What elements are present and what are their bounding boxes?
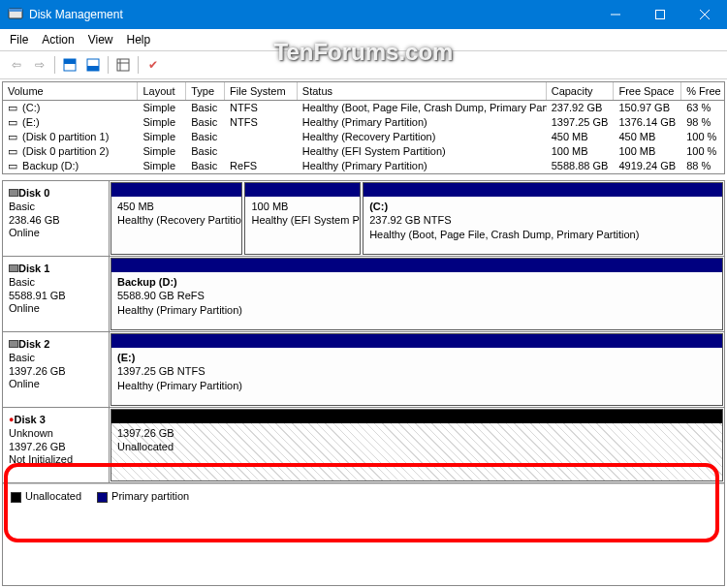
- partition[interactable]: (E:)1397.25 GB NTFSHealthy (Primary Part…: [111, 333, 723, 406]
- forward-button[interactable]: ⇨: [29, 54, 50, 76]
- col-volume[interactable]: Volume: [3, 82, 138, 100]
- menu-file[interactable]: File: [10, 33, 28, 46]
- app-icon: [8, 6, 23, 24]
- view-bottom-icon[interactable]: [82, 54, 104, 76]
- col-pct[interactable]: % Free: [681, 82, 724, 100]
- volume-row[interactable]: ▭ (Disk 0 partition 2)SimpleBasicHealthy…: [3, 144, 724, 159]
- disk-row: Disk 1Basic5588.91 GBOnlineBackup (D:)55…: [3, 257, 724, 332]
- disk-label[interactable]: Disk 1Basic5588.91 GBOnline: [3, 257, 110, 331]
- disk-row: Disk 2Basic1397.26 GBOnline(E:)1397.25 G…: [3, 332, 724, 408]
- partition[interactable]: (C:)237.92 GB NTFSHealthy (Boot, Page Fi…: [363, 182, 723, 255]
- legend-unallocated: Unallocated: [25, 490, 81, 502]
- disk-graphical-area: Disk 0Basic238.46 GBOnline450 MBHealthy …: [2, 180, 725, 586]
- back-button[interactable]: ⇦: [6, 54, 27, 76]
- svg-rect-3: [656, 11, 665, 19]
- partition[interactable]: 100 MBHealthy (EFI System Partition): [244, 182, 361, 255]
- col-layout[interactable]: Layout: [138, 82, 186, 100]
- maximize-button[interactable]: [638, 0, 682, 29]
- col-type[interactable]: Type: [186, 82, 225, 100]
- toolbar: ⇦ ⇨ ✔: [0, 51, 727, 79]
- col-fs[interactable]: File System: [225, 82, 298, 100]
- volume-row[interactable]: ▭ (E:)SimpleBasicNTFSHealthy (Primary Pa…: [3, 115, 724, 130]
- partition[interactable]: Backup (D:)5588.90 GB ReFSHealthy (Prima…: [111, 258, 723, 330]
- legend-primary: Primary partition: [111, 490, 189, 502]
- menu-bar: File Action View Help: [0, 29, 727, 51]
- title-bar: Disk Management: [0, 0, 727, 29]
- disk-row: ●Disk 3Unknown1397.26 GBNot Initialized1…: [3, 408, 724, 483]
- disk-label[interactable]: Disk 0Basic238.46 GBOnline: [3, 181, 110, 256]
- settings-icon[interactable]: [112, 54, 134, 76]
- view-top-icon[interactable]: [59, 54, 80, 76]
- content-area: Volume Layout Type File System Status Ca…: [0, 79, 727, 588]
- menu-action[interactable]: Action: [42, 33, 74, 46]
- disk-row: Disk 0Basic238.46 GBOnline450 MBHealthy …: [3, 181, 724, 257]
- volume-row[interactable]: ▭ (Disk 0 partition 1)SimpleBasicHealthy…: [3, 130, 724, 144]
- col-status[interactable]: Status: [298, 82, 547, 100]
- svg-rect-10: [117, 59, 129, 71]
- svg-rect-7: [64, 59, 76, 64]
- menu-help[interactable]: Help: [127, 33, 151, 46]
- partition[interactable]: 450 MBHealthy (Recovery Partition): [111, 182, 242, 255]
- volume-table: Volume Layout Type File System Status Ca…: [2, 81, 725, 174]
- help-icon[interactable]: ✔: [142, 54, 164, 76]
- disk-label[interactable]: Disk 2Basic1397.26 GBOnline: [3, 332, 110, 407]
- close-button[interactable]: [682, 0, 727, 29]
- partition[interactable]: 1397.26 GBUnallocated: [111, 409, 723, 481]
- window-title: Disk Management: [29, 8, 123, 21]
- volume-header-row: Volume Layout Type File System Status Ca…: [3, 82, 724, 101]
- legend: Unallocated Primary partition: [3, 483, 724, 509]
- menu-view[interactable]: View: [88, 33, 113, 46]
- svg-rect-1: [9, 9, 22, 12]
- col-free[interactable]: Free Space: [614, 82, 681, 100]
- disk-label[interactable]: ●Disk 3Unknown1397.26 GBNot Initialized: [3, 408, 110, 482]
- volume-row[interactable]: ▭ (C:)SimpleBasicNTFSHealthy (Boot, Page…: [3, 101, 724, 115]
- svg-rect-9: [87, 66, 99, 71]
- minimize-button[interactable]: [593, 0, 638, 29]
- volume-row[interactable]: ▭ Backup (D:)SimpleBasicReFSHealthy (Pri…: [3, 159, 724, 173]
- col-capacity[interactable]: Capacity: [547, 82, 615, 100]
